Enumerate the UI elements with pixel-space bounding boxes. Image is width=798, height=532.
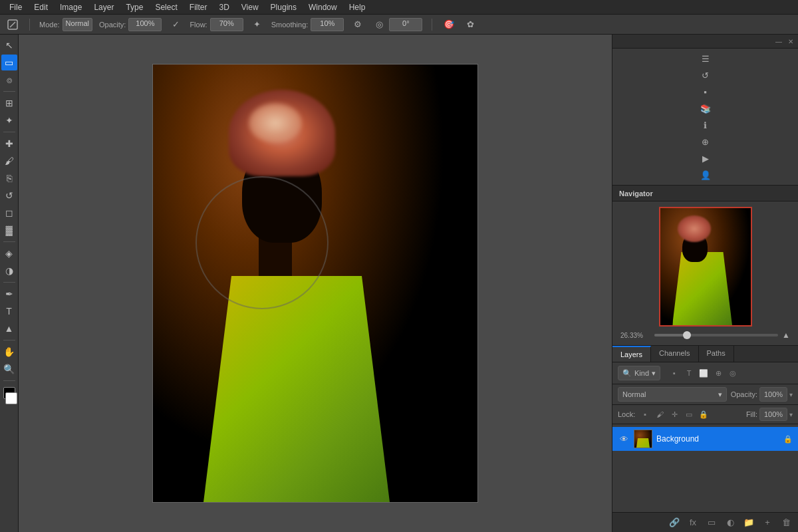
- blend-mode-dropdown[interactable]: Normal ▾: [618, 387, 727, 402]
- history-tool[interactable]: ↺: [1, 188, 17, 203]
- tab-paths[interactable]: Paths: [699, 346, 734, 362]
- zoom-tool[interactable]: 🔍: [1, 361, 17, 377]
- selection-tool[interactable]: ▭: [1, 55, 17, 70]
- shape-tool[interactable]: ▲: [1, 321, 17, 336]
- pixel-filter-icon[interactable]: ▪: [668, 367, 680, 379]
- swatches-mini-icon[interactable]: ▪: [698, 84, 713, 99]
- pressure-opacity-icon[interactable]: ✓: [168, 17, 183, 32]
- panel-collapse-btn[interactable]: —: [774, 37, 783, 46]
- angle-input[interactable]: 0°: [389, 18, 422, 31]
- shape-filter-icon[interactable]: ⊕: [712, 367, 724, 379]
- smoothing-input[interactable]: 10%: [311, 18, 344, 31]
- link-layers-icon[interactable]: 🔗: [668, 516, 681, 529]
- layer-name-background: Background: [656, 434, 779, 444]
- tool-separator-5: [3, 340, 15, 340]
- adjustments-mini-icon[interactable]: ⊕: [698, 134, 713, 149]
- kind-dropdown-chevron: ▾: [652, 369, 656, 378]
- lock-all-icon[interactable]: 🔒: [698, 408, 710, 420]
- mode-select[interactable]: Normal: [63, 18, 92, 31]
- brush-tool[interactable]: 🖌: [1, 153, 17, 169]
- layer-item-background[interactable]: 👁 Background 🔒: [612, 427, 798, 451]
- tool-separator-3: [3, 241, 15, 242]
- menu-select[interactable]: Select: [150, 1, 182, 13]
- text-filter-icon[interactable]: ⬜: [698, 367, 710, 379]
- menu-view[interactable]: View: [236, 1, 264, 13]
- menu-file[interactable]: File: [4, 1, 27, 13]
- move-tool[interactable]: ↖: [1, 37, 17, 53]
- tab-channels[interactable]: Channels: [651, 346, 698, 362]
- panel-close-btn[interactable]: ✕: [786, 37, 795, 46]
- navigator-title: Navigator: [612, 186, 798, 201]
- airbrush-icon[interactable]: ✦: [250, 17, 265, 32]
- layers-mini-icon[interactable]: ☰: [698, 51, 713, 66]
- menu-window[interactable]: Window: [303, 1, 342, 13]
- menu-filter[interactable]: Filter: [184, 1, 213, 13]
- text-tool[interactable]: T: [1, 303, 17, 319]
- hand-tool[interactable]: ✋: [1, 344, 17, 360]
- layer-effects-icon[interactable]: fx: [686, 516, 700, 529]
- menu-bar: File Edit Image Layer Type Select Filter…: [0, 0, 798, 15]
- angle-icon[interactable]: ◎: [372, 17, 386, 32]
- opacity-value[interactable]: 100%: [759, 387, 787, 402]
- eyedropper-tool[interactable]: ✦: [1, 112, 17, 128]
- layer-thumb-jacket: [636, 438, 650, 448]
- blur-tool[interactable]: ◈: [1, 245, 17, 261]
- menu-edit[interactable]: Edit: [29, 1, 53, 13]
- lock-position-icon[interactable]: ✛: [668, 408, 680, 420]
- tab-layers[interactable]: Layers: [612, 346, 651, 362]
- symmetry-icon[interactable]: 🎯: [442, 17, 456, 32]
- fill-group: Fill: 100% ▾: [746, 408, 793, 421]
- opacity-input[interactable]: 100%: [128, 18, 162, 31]
- smoothing-settings-icon[interactable]: ⚙: [350, 17, 365, 32]
- flow-group: Flow: 70%: [190, 18, 243, 31]
- opacity-label-layers: Opacity:: [731, 390, 757, 398]
- main-layout: ↖ ▭ ⌾ ⊞ ✦ ✚ 🖌 ⎘ ↺ ◻ ▓ ◈ ◑ ✒ T ▲ ✋ 🔍: [0, 35, 798, 532]
- zoom-slider[interactable]: [654, 334, 778, 336]
- add-adjustment-icon[interactable]: ◐: [724, 516, 737, 529]
- add-layer-icon[interactable]: +: [761, 516, 774, 529]
- adjustment-filter-icon[interactable]: T: [683, 367, 695, 379]
- gradient-tool[interactable]: ▓: [1, 222, 17, 238]
- info-mini-icon[interactable]: 👤: [698, 168, 713, 182]
- kind-dropdown[interactable]: 🔍 Kind ▾: [618, 366, 660, 380]
- smoothing-label: Smoothing:: [271, 21, 309, 29]
- history-mini-icon[interactable]: ↺: [698, 68, 713, 82]
- canvas-area[interactable]: [19, 35, 612, 532]
- menu-help[interactable]: Help: [344, 1, 371, 13]
- menu-type[interactable]: Type: [120, 1, 148, 13]
- add-mask-icon[interactable]: ▭: [705, 516, 718, 529]
- fill-value[interactable]: 100%: [759, 408, 787, 421]
- delete-layer-icon[interactable]: 🗑: [779, 516, 793, 529]
- clone-tool[interactable]: ⎘: [1, 170, 17, 186]
- menu-image[interactable]: Image: [55, 1, 87, 13]
- crop-tool[interactable]: ⊞: [1, 95, 17, 111]
- eraser-tool[interactable]: ◻: [1, 205, 17, 221]
- opacity-label: Opacity:: [99, 21, 126, 29]
- lock-paint-icon[interactable]: 🖌: [654, 408, 666, 420]
- lock-artboard-icon[interactable]: ▭: [683, 408, 695, 420]
- pen-tool[interactable]: ✒: [1, 286, 17, 302]
- menu-3d[interactable]: 3D: [213, 1, 234, 13]
- layers-lock-row: Lock: ▪ 🖌 ✛ ▭ 🔒 Fill: 100% ▾: [612, 405, 798, 424]
- healing-tool[interactable]: ✚: [1, 136, 17, 152]
- menu-layer[interactable]: Layer: [88, 1, 119, 13]
- background-color[interactable]: [5, 392, 17, 404]
- smart-filter-icon[interactable]: ◎: [727, 367, 739, 379]
- menu-plugins[interactable]: Plugins: [265, 1, 302, 13]
- mode-label: Mode:: [39, 21, 60, 29]
- kind-filter-icons: ▪ T ⬜ ⊕ ◎: [668, 367, 739, 379]
- channels-mini-icon[interactable]: ▶: [698, 151, 713, 166]
- lock-transparency-icon[interactable]: ▪: [639, 408, 651, 420]
- layer-visibility-eye[interactable]: 👁: [618, 433, 630, 445]
- lasso-tool[interactable]: ⌾: [1, 72, 17, 88]
- navigator-thumbnail[interactable]: [659, 207, 752, 327]
- dodge-tool[interactable]: ◑: [1, 263, 17, 279]
- opacity-group: Opacity: 100% ▾: [731, 387, 793, 402]
- add-group-icon[interactable]: 📁: [742, 516, 755, 529]
- libraries-mini-icon[interactable]: 📚: [698, 101, 713, 116]
- pressure-icon[interactable]: ✿: [463, 17, 477, 32]
- properties-mini-icon[interactable]: ℹ: [698, 118, 713, 132]
- smoothing-group: Smoothing: 10%: [271, 18, 344, 31]
- left-toolbar: ↖ ▭ ⌾ ⊞ ✦ ✚ 🖌 ⎘ ↺ ◻ ▓ ◈ ◑ ✒ T ▲ ✋ 🔍: [0, 35, 19, 532]
- flow-input[interactable]: 70%: [210, 18, 243, 31]
